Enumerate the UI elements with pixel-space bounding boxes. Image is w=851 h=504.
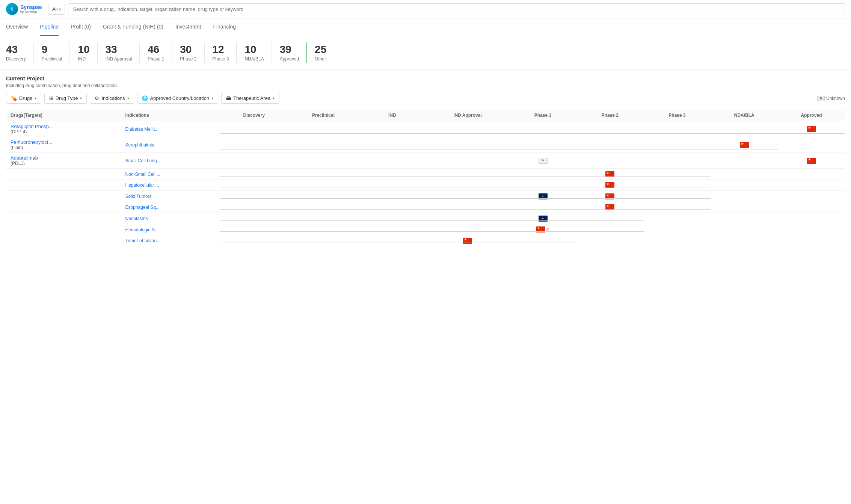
indication-name[interactable]: Solid Tumors [125,194,152,199]
timeline-line [220,133,288,134]
filter-drugs-label: Drugs [19,95,32,101]
timeline-line [288,209,359,210]
indication-name[interactable]: Hematologic N... [125,227,159,232]
indication-cell: Tumor of advan... [121,235,220,246]
drug-cell [6,169,121,180]
stat-preclinical: 9Preclinical [42,42,71,63]
cell-discovery [220,224,288,235]
indication-name[interactable]: Tumor of advan... [125,238,161,243]
filter-country[interactable]: 🌐 Approved Country/Location ▾ [137,93,219,104]
indication-name[interactable]: Xerophthalmia [125,142,154,148]
drug-cell [6,202,121,213]
timeline-line [426,209,509,210]
filter-indications[interactable]: ⚙ Indications ▾ [90,93,134,104]
tab-overview[interactable]: Overview [6,18,28,36]
search-filter-select[interactable]: All ▾ [48,4,65,15]
cell-discovery [220,153,288,169]
timeline-line [711,133,778,134]
stat-phase1: 46Phase 1 [148,42,172,63]
timeline-line [220,220,288,221]
tab-financing[interactable]: Financing [213,18,236,36]
timeline-line [220,243,288,243]
cell-nda_bla [711,121,778,137]
filter-therapeutic[interactable]: 🏔 Therapeutic Area ▾ [221,93,279,104]
unknown-label: Unknown [826,96,845,101]
timeline-line [509,149,576,149]
cell-discovery [220,121,288,137]
table-row: Hematologic N...⊘ [6,224,845,235]
indication-cell: Non-Small Cell ... [121,169,220,180]
tab-grant[interactable]: Grant & Funding (NIH) (0) [103,18,163,36]
indication-cell: Small Cell Lung... [121,153,220,169]
drug-name[interactable]: Perfluorohexyloct... [11,139,116,145]
therapeutic-icon: 🏔 [226,95,231,101]
stat-num-other: 25 [315,44,326,56]
tab-investment[interactable]: Investment [175,18,201,36]
indication-name[interactable]: Diabetes Mellit... [125,127,159,132]
timeline-line [288,187,359,187]
timeline-line [576,220,644,221]
cell-preclinical [288,169,359,180]
table-row: Hepatocellular ... [6,180,845,191]
search-input[interactable] [68,3,845,15]
cell-ind [359,191,426,202]
nav-tabs: Overview Pipeline Profit (0) Grant & Fun… [0,18,851,36]
current-project-section: Current Project Including drug combinati… [0,69,851,252]
indication-cell: Solid Tumors [121,191,220,202]
timeline-line [644,133,711,134]
cell-phase3 [644,137,711,153]
cell-ind_approval [426,202,509,213]
indication-name[interactable]: Neoplasms [125,216,148,221]
timeline-line [644,187,711,187]
tab-pipeline[interactable]: Pipeline [40,18,59,36]
stat-num-ind-approval: 33 [106,44,132,56]
indication-name[interactable]: Non-Small Cell ... [125,172,160,177]
logo-text: Synapse by patsnap [20,4,42,14]
filter-drug-type[interactable]: ⊞ Drug Type ▾ [44,93,87,104]
timeline-line [288,198,359,199]
drug-cell [6,224,121,235]
timeline-line [359,231,426,232]
logo-icon: S [6,3,18,15]
cell-nda_bla [711,213,778,224]
app-header: S Synapse by patsnap All ▾ [0,0,851,18]
timeline-line [288,220,359,221]
stat-discovery: 43Discovery [6,42,34,63]
cell-phase3 [644,213,711,224]
cell-phase2 [576,121,644,137]
filter-indications-label: Indications [101,95,125,101]
section-title: Current Project [6,75,845,81]
timeline-line [576,198,644,199]
stat-label-phase1: Phase 1 [148,56,164,62]
cell-nda_bla [711,169,778,180]
cell-ind [359,202,426,213]
timeline-line [576,187,644,187]
cell-approved [778,137,845,153]
indication-name[interactable]: Esophageal Sq... [125,205,160,210]
cell-phase1 [509,137,576,153]
timeline-line [220,165,288,165]
cell-ind [359,121,426,137]
table-row: Retagliptin Phosp...(DPP-4)Diabetes Mell… [6,121,845,137]
drug-name[interactable]: Retagliptin Phosp... [11,124,116,129]
cell-nda_bla [711,202,778,213]
table-row: Tumor of advan... [6,235,845,246]
drug-cell: Retagliptin Phosp...(DPP-4) [6,121,121,137]
col-nda-bla: NDA/BLA [711,110,778,121]
timeline-line [576,176,644,177]
cell-phase2 [576,137,644,153]
cell-phase1 [509,235,576,246]
cell-ind_approval [426,121,509,137]
timeline-line [359,243,426,243]
timeline-line [576,231,644,232]
drug-cell [6,235,121,246]
drug-name[interactable]: Adebrelimab [11,155,116,161]
drug-cell [6,213,121,224]
indication-name[interactable]: Small Cell Lung... [125,158,161,163]
stat-ind-approval: 33IND Approval [106,42,140,63]
indication-name[interactable]: Hepatocellular ... [125,183,159,188]
search-area: All ▾ [48,3,845,15]
tab-profit[interactable]: Profit (0) [71,18,91,36]
filter-drugs[interactable]: 💊 Drugs ▾ [6,93,41,104]
indication-cell: Esophageal Sq... [121,202,220,213]
